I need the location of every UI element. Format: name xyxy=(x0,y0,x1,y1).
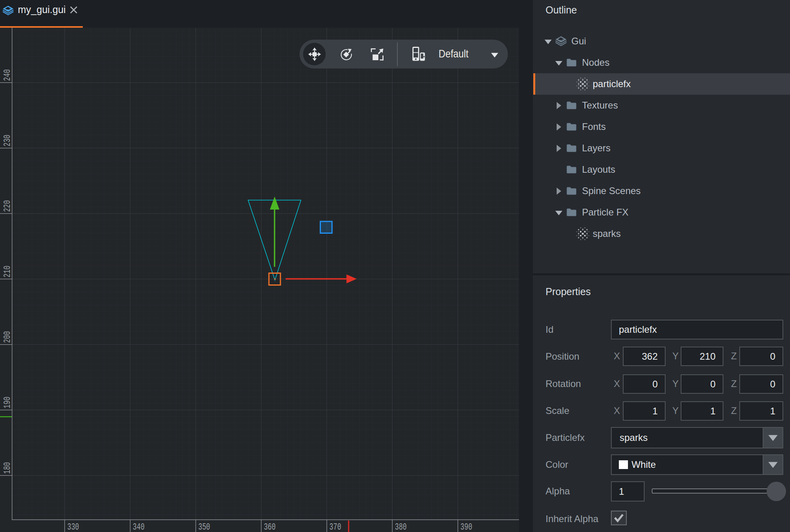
svg-text:230: 230 xyxy=(2,135,13,147)
svg-text:350: 350 xyxy=(198,522,210,532)
svg-text:220: 220 xyxy=(2,200,13,212)
svg-text:380: 380 xyxy=(395,522,407,532)
svg-text:390: 390 xyxy=(460,522,472,532)
svg-text:340: 340 xyxy=(133,522,145,532)
svg-text:200: 200 xyxy=(2,331,13,343)
svg-text:240: 240 xyxy=(2,69,13,81)
svg-text:190: 190 xyxy=(2,397,13,408)
svg-text:330: 330 xyxy=(67,522,79,532)
svg-text:360: 360 xyxy=(264,522,276,532)
svg-text:370: 370 xyxy=(329,522,341,532)
svg-text:210: 210 xyxy=(2,266,13,278)
svg-text:180: 180 xyxy=(2,462,13,474)
